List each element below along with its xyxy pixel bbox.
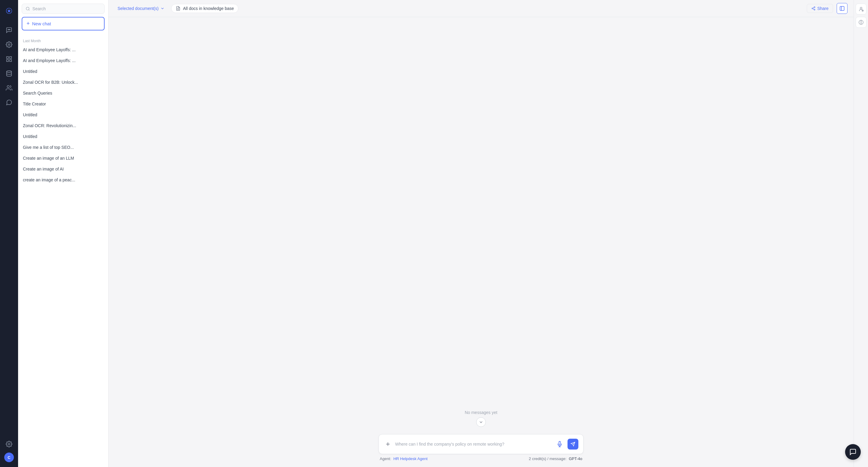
svg-point-16	[812, 8, 813, 9]
list-item[interactable]: create an image of a peac...	[18, 175, 108, 185]
microphone-button[interactable]	[555, 439, 564, 449]
svg-rect-8	[10, 60, 11, 61]
sidebar-header: + New chat	[18, 0, 108, 34]
svg-line-19	[813, 7, 814, 8]
agent-info: Agent: HR Helpdesk Agent 2 credit(s) / m…	[378, 454, 584, 461]
list-item[interactable]: Search Queries	[18, 88, 108, 98]
top-bar: Selected document(s) All docs in knowled…	[108, 0, 854, 17]
svg-rect-20	[840, 6, 844, 10]
new-chat-button[interactable]: + New chat	[22, 17, 104, 30]
icon-nav: C	[0, 0, 18, 467]
plus-icon	[385, 441, 391, 447]
brain-right-icon[interactable]	[856, 17, 867, 28]
user-cog-icon	[858, 6, 864, 12]
svg-point-4	[8, 44, 10, 45]
list-item[interactable]: Zonal OCR: Revolutionizin...	[18, 120, 108, 131]
scroll-down-button[interactable]	[476, 417, 486, 427]
svg-point-17	[814, 9, 815, 10]
main-content: Selected document(s) All docs in knowled…	[108, 0, 854, 467]
chevron-down-icon	[478, 420, 484, 425]
sidebar-toggle-button[interactable]	[837, 3, 847, 14]
add-attachment-button[interactable]	[384, 440, 392, 448]
list-item[interactable]: Untitled	[18, 110, 108, 120]
svg-point-15	[814, 7, 815, 8]
people-nav-icon[interactable]	[3, 82, 15, 94]
nav-settings-icon[interactable]	[3, 438, 15, 450]
plus-icon: +	[27, 21, 30, 27]
floating-chat-button[interactable]	[845, 444, 861, 460]
settings-nav-icon[interactable]	[3, 38, 15, 51]
svg-point-10	[7, 86, 9, 88]
grid-nav-icon[interactable]	[3, 53, 15, 65]
share-button[interactable]: Share	[807, 4, 833, 13]
search-input[interactable]	[33, 6, 101, 11]
svg-point-11	[8, 443, 10, 445]
selected-docs-label: Selected document(s)	[118, 6, 158, 11]
share-label: Share	[817, 6, 829, 11]
chat-input[interactable]	[395, 442, 552, 446]
list-item[interactable]: AI and Employee Layoffs: ...	[18, 44, 108, 55]
svg-rect-5	[7, 57, 8, 58]
new-chat-label: New chat	[32, 21, 51, 26]
send-button[interactable]	[567, 439, 578, 449]
svg-point-2	[9, 29, 9, 30]
list-item[interactable]: Create an image of AI	[18, 164, 108, 175]
svg-rect-7	[7, 60, 8, 61]
list-item[interactable]: Zonal OCR for B2B: Unlock...	[18, 77, 108, 88]
list-item[interactable]: Create an image of an LLM	[18, 153, 108, 164]
user-avatar[interactable]: C	[4, 453, 14, 462]
credits-info: 2 credit(s) / message: GPT-4o	[529, 457, 582, 461]
list-item[interactable]: Give me a list of top SEO...	[18, 142, 108, 153]
input-container: Agent: HR Helpdesk Agent 2 credit(s) / m…	[378, 434, 584, 461]
svg-point-9	[7, 71, 12, 73]
right-panel	[854, 0, 868, 467]
chat-list: Last Month AI and Employee Layoffs: ... …	[18, 34, 108, 467]
database-nav-icon[interactable]	[3, 67, 15, 80]
app-logo[interactable]	[3, 5, 15, 17]
svg-point-12	[26, 7, 29, 10]
credits-label: 2 credit(s) / message:	[529, 457, 567, 461]
message-nav-icon[interactable]	[3, 96, 15, 108]
list-item[interactable]: Untitled	[18, 66, 108, 77]
user-settings-right-icon[interactable]	[856, 4, 867, 14]
svg-rect-6	[10, 57, 11, 58]
list-item[interactable]: Title Creator	[18, 98, 108, 110]
share-icon	[811, 6, 815, 10]
agent-label-container: Agent: HR Helpdesk Agent	[380, 457, 428, 461]
svg-point-27	[860, 7, 862, 9]
agent-name-link[interactable]: HR Helpdesk Agent	[393, 457, 427, 461]
microphone-icon	[557, 441, 563, 447]
all-docs-label: All docs in knowledge base	[183, 6, 234, 11]
search-box[interactable]	[22, 4, 104, 14]
all-docs-button[interactable]: All docs in knowledge base	[171, 4, 239, 13]
agent-prefix-label: Agent:	[380, 457, 391, 461]
svg-line-18	[813, 9, 814, 9]
brain-icon	[858, 20, 864, 25]
no-messages-text: No messages yet	[465, 410, 497, 415]
send-icon	[570, 442, 575, 446]
document-icon	[176, 6, 181, 11]
chat-area: No messages yet	[108, 17, 854, 467]
list-item[interactable]: Untitled	[18, 131, 108, 142]
no-messages-container: No messages yet	[465, 410, 497, 427]
search-icon	[26, 6, 30, 11]
chat-nav-icon[interactable]	[3, 24, 15, 36]
svg-point-3	[10, 29, 10, 30]
chat-input-box	[378, 434, 584, 454]
selected-documents-button[interactable]: Selected document(s)	[115, 4, 167, 13]
list-item[interactable]: AI and Employee Layoffs: ...	[18, 55, 108, 66]
svg-point-1	[8, 29, 8, 30]
sidebar: + New chat Last Month AI and Employee La…	[18, 0, 108, 467]
model-label: GPT-4o	[569, 457, 582, 461]
chevron-down-icon	[160, 6, 164, 10]
section-label-last-month: Last Month	[18, 36, 108, 44]
top-bar-right: Share	[807, 3, 847, 14]
layout-icon	[839, 6, 845, 11]
